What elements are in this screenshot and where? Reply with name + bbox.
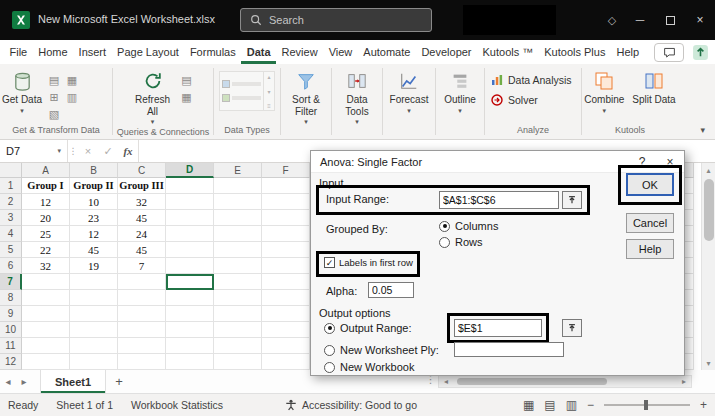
horizontal-scrollbar[interactable]: ◂ ▸ — [438, 375, 692, 388]
cell-F10[interactable] — [262, 322, 310, 338]
select-all-corner[interactable] — [0, 163, 22, 178]
cell-D3[interactable] — [166, 210, 214, 226]
cell-F12[interactable] — [262, 354, 310, 370]
menu-tab-data[interactable]: Data — [241, 40, 276, 64]
close-button[interactable]: × — [685, 0, 715, 40]
page-break-view-icon[interactable]: ▥ — [566, 398, 577, 412]
scroll-up-icon[interactable]: ▴ — [702, 163, 715, 177]
combine-button[interactable]: Combine ▾ — [582, 67, 626, 116]
outline-button[interactable]: Outline ▾ — [438, 67, 482, 116]
data-tools-button[interactable]: Data Tools ▾ — [333, 67, 381, 127]
cell-C8[interactable] — [118, 290, 166, 306]
input-range-picker-button[interactable] — [562, 191, 582, 209]
new-sheet-button[interactable]: + — [106, 370, 132, 393]
page-layout-view-icon[interactable]: ▤ — [544, 398, 555, 412]
cell-B12[interactable] — [70, 354, 118, 370]
cell-E9[interactable] — [214, 306, 262, 322]
cell-D2[interactable] — [166, 194, 214, 210]
menu-tab-developer[interactable]: Developer — [416, 40, 477, 64]
cell-A8[interactable] — [22, 290, 70, 306]
column-header-f[interactable]: F — [262, 163, 310, 178]
cell-A10[interactable] — [22, 322, 70, 338]
cell-D7[interactable] — [166, 274, 214, 290]
menu-tab-insert[interactable]: Insert — [73, 40, 112, 64]
cell-C2[interactable]: 32 — [118, 194, 166, 210]
cell-A2[interactable]: 12 — [22, 194, 70, 210]
cell-F4[interactable] — [262, 226, 310, 242]
output-range-picker-button[interactable] — [562, 319, 582, 337]
split-data-button[interactable]: Split Data — [630, 67, 677, 108]
cell-D10[interactable] — [166, 322, 214, 338]
normal-view-icon[interactable]: ▦ — [523, 398, 534, 412]
name-box[interactable]: D7 ▾ — [0, 140, 68, 162]
restore-button[interactable] — [655, 0, 685, 40]
cell-D11[interactable] — [166, 338, 214, 354]
cell-E5[interactable] — [214, 242, 262, 258]
enter-entry-icon[interactable]: ✓ — [98, 140, 118, 162]
scroll-down-icon[interactable]: ▾ — [702, 356, 715, 370]
zoom-out-icon[interactable]: − — [587, 398, 594, 412]
menu-tab-file[interactable]: File — [4, 40, 33, 64]
cell-D4[interactable] — [166, 226, 214, 242]
row-header-12[interactable]: 12 — [0, 354, 22, 370]
cell-F3[interactable] — [262, 210, 310, 226]
cancel-button[interactable]: Cancel — [626, 213, 674, 233]
row-header-5[interactable]: 5 — [0, 242, 22, 258]
row-header-2[interactable]: 2 — [0, 194, 22, 210]
previous-sheet-icon[interactable]: ◂ — [0, 370, 16, 393]
cell-F7[interactable] — [262, 274, 310, 290]
rows-radio[interactable]: Rows — [439, 236, 483, 248]
column-header-c[interactable]: C — [118, 163, 166, 178]
cell-A12[interactable] — [22, 354, 70, 370]
menu-tab-kutools-plus[interactable]: Kutools Plus — [539, 40, 611, 64]
row-header-7[interactable]: 7 — [0, 274, 22, 290]
cell-C5[interactable]: 45 — [118, 242, 166, 258]
row-header-6[interactable]: 6 — [0, 258, 22, 274]
vertical-scrollbar[interactable]: ▴ ▾ — [701, 163, 715, 370]
share-button[interactable] — [692, 44, 709, 61]
row-header-11[interactable]: 11 — [0, 338, 22, 354]
properties-icon[interactable]: ▦ — [179, 89, 195, 105]
cell-F8[interactable] — [262, 290, 310, 306]
row-header-9[interactable]: 9 — [0, 306, 22, 322]
row-header-10[interactable]: 10 — [0, 322, 22, 338]
zoom-slider-thumb[interactable] — [644, 400, 648, 410]
ok-button[interactable]: OK — [626, 173, 674, 196]
cell-C11[interactable] — [118, 338, 166, 354]
new-worksheet-field[interactable] — [454, 342, 564, 357]
cell-F2[interactable] — [262, 194, 310, 210]
cell-A9[interactable] — [22, 306, 70, 322]
cell-F1[interactable] — [262, 178, 310, 194]
menu-tab-automate[interactable]: Automate — [358, 40, 416, 64]
cell-D8[interactable] — [166, 290, 214, 306]
column-header-e[interactable]: E — [214, 163, 262, 178]
column-header-d[interactable]: D — [166, 163, 214, 178]
menu-tab-help[interactable]: Help — [611, 40, 645, 64]
from-web-icon[interactable]: ▦ — [64, 72, 80, 88]
cancel-entry-icon[interactable]: × — [78, 140, 98, 162]
cell-E7[interactable] — [214, 274, 262, 290]
output-range-radio[interactable]: Output Range: — [324, 322, 412, 334]
cell-B11[interactable] — [70, 338, 118, 354]
solver-button[interactable]: Solver — [485, 90, 544, 110]
cell-D9[interactable] — [166, 306, 214, 322]
menu-tab-page-layout[interactable]: Page Layout — [112, 40, 185, 64]
row-header-3[interactable]: 3 — [0, 210, 22, 226]
recent-sources-icon[interactable]: ▥ — [64, 89, 80, 105]
menu-tab-review[interactable]: Review — [276, 40, 323, 64]
collapse-ribbon-icon[interactable]: ▾ — [700, 125, 705, 135]
row-header-1[interactable]: 1 — [0, 178, 22, 194]
data-analysis-button[interactable]: Data Analysis — [485, 70, 578, 90]
cell-B10[interactable] — [70, 322, 118, 338]
insert-function-icon[interactable]: fx — [118, 140, 138, 162]
new-worksheet-radio[interactable]: New Worksheet Ply: — [324, 344, 439, 356]
row-header-8[interactable]: 8 — [0, 290, 22, 306]
cell-D1[interactable] — [166, 178, 214, 194]
columns-radio[interactable]: Columns — [439, 220, 498, 232]
from-table-range-icon[interactable]: ⊞ — [46, 89, 62, 105]
cell-F6[interactable] — [262, 258, 310, 274]
menu-tab-home[interactable]: Home — [33, 40, 73, 64]
menu-tab-view[interactable]: View — [323, 40, 358, 64]
cell-B4[interactable]: 12 — [70, 226, 118, 242]
alpha-field[interactable] — [368, 282, 414, 298]
